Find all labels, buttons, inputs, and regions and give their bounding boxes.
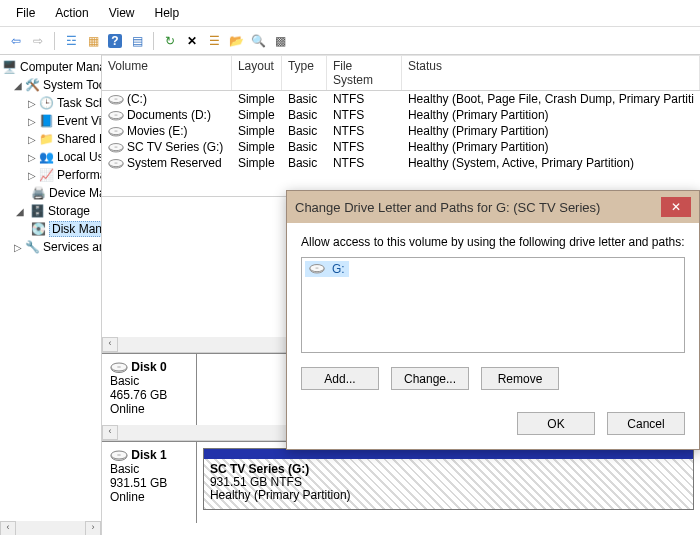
open-button[interactable]: 📂: [226, 31, 246, 51]
col-volume[interactable]: Volume: [102, 55, 232, 90]
volume-row[interactable]: Documents (D:) Simple Basic NTFS Healthy…: [102, 107, 700, 123]
search-button[interactable]: 🔍: [248, 31, 268, 51]
close-button[interactable]: ✕: [661, 197, 691, 217]
tree-storage[interactable]: ◢ 🗄️ Storage: [2, 202, 99, 220]
tree-disk-management[interactable]: 💽 Disk Management: [2, 220, 99, 238]
properties-button[interactable]: ☰: [204, 31, 224, 51]
tree-local-users[interactable]: ▷ 👥 Local Users and Groups: [2, 148, 99, 166]
expand-icon[interactable]: ▷: [28, 98, 36, 109]
tree-label: Device Manager: [49, 186, 102, 200]
expand-icon[interactable]: ▷: [28, 116, 36, 127]
collapse-icon[interactable]: ◢: [14, 206, 26, 217]
refresh-button[interactable]: ↻: [160, 31, 180, 51]
expand-icon[interactable]: ▷: [28, 134, 36, 145]
partition-block[interactable]: SC TV Series (G:) 931.51 GB NTFS Healthy…: [203, 448, 694, 510]
volume-name: SC TV Series (G:): [127, 140, 223, 154]
delete-button[interactable]: ✕: [182, 31, 202, 51]
drive-icon: [108, 110, 124, 122]
back-button[interactable]: ⇦: [6, 31, 26, 51]
volume-layout: Simple: [232, 107, 282, 123]
menu-action[interactable]: Action: [45, 3, 98, 23]
menu-view[interactable]: View: [99, 3, 145, 23]
remove-button[interactable]: Remove: [481, 367, 559, 390]
volume-row[interactable]: (C:) Simple Basic NTFS Healthy (Boot, Pa…: [102, 91, 700, 107]
volume-fs: NTFS: [327, 91, 402, 107]
drive-path-item[interactable]: G:: [305, 261, 349, 277]
tree-label: Shared Folders: [57, 132, 102, 146]
disk-pane-1: Disk 1 Basic 931.51 GB Online SC TV Seri…: [102, 441, 700, 523]
tree-h-scrollbar[interactable]: ‹ ›: [0, 521, 101, 535]
volume-name: System Reserved: [127, 156, 222, 170]
tree-label: Disk Management: [49, 221, 102, 237]
menu-file[interactable]: File: [6, 3, 45, 23]
expand-icon[interactable]: ▷: [28, 152, 36, 163]
cancel-button[interactable]: Cancel: [607, 412, 685, 435]
dialog-titlebar[interactable]: Change Drive Letter and Paths for G: (SC…: [287, 191, 699, 223]
drive-icon: [309, 263, 325, 275]
menu-help[interactable]: Help: [145, 3, 190, 23]
col-filesystem[interactable]: File System: [327, 55, 402, 90]
action-view-button[interactable]: ▦: [83, 31, 103, 51]
collapse-icon[interactable]: ◢: [14, 80, 22, 91]
tree-root[interactable]: 🖥️ Computer Management (Local: [2, 58, 99, 76]
scroll-left-icon[interactable]: ‹: [0, 521, 16, 535]
tree-device-manager[interactable]: 🖨️ Device Manager: [2, 184, 99, 202]
tree-root-label: Computer Management (Local: [20, 60, 102, 74]
extra-button[interactable]: ▩: [270, 31, 290, 51]
disk-info[interactable]: Disk 0 Basic 465.76 GB Online: [102, 354, 197, 425]
tree-shared-folders[interactable]: ▷ 📁 Shared Folders: [2, 130, 99, 148]
expand-icon[interactable]: ▷: [28, 170, 36, 181]
disk-name: Disk 1: [131, 448, 166, 462]
disk-info[interactable]: Disk 1 Basic 931.51 GB Online: [102, 442, 197, 523]
view-button[interactable]: ▤: [127, 31, 147, 51]
volume-type: Basic: [282, 123, 327, 139]
volume-layout: Simple: [232, 155, 282, 171]
gear-icon: ▩: [275, 34, 286, 48]
show-hide-tree-button[interactable]: ☲: [61, 31, 81, 51]
drive-paths-listbox[interactable]: G:: [301, 257, 685, 353]
disk-name: Disk 0: [131, 360, 166, 374]
scroll-right-icon[interactable]: ›: [85, 521, 101, 535]
scroll-left-icon[interactable]: ‹: [102, 337, 118, 352]
drive-icon: [108, 142, 124, 154]
tree-performance[interactable]: ▷ 📈 Performance: [2, 166, 99, 184]
menu-bar: File Action View Help: [0, 0, 700, 27]
volume-layout: Simple: [232, 139, 282, 155]
volume-row[interactable]: Movies (E:) Simple Basic NTFS Healthy (P…: [102, 123, 700, 139]
disk-type: Basic: [110, 374, 139, 388]
device-icon: 🖨️: [31, 185, 46, 201]
col-layout[interactable]: Layout: [232, 55, 282, 90]
folder-open-icon: 📂: [229, 34, 244, 48]
col-type[interactable]: Type: [282, 55, 327, 90]
chart-icon: 📈: [39, 167, 54, 183]
toolbar: ⇦ ⇨ ☲ ▦ ? ▤ ↻ ✕ ☰ 📂 🔍 ▩: [0, 27, 700, 55]
volume-type: Basic: [282, 107, 327, 123]
scroll-left-icon[interactable]: ‹: [102, 425, 118, 440]
arrow-right-icon: ⇨: [33, 34, 43, 48]
disk-size: 931.51 GB: [110, 476, 167, 490]
drive-icon: [108, 94, 124, 106]
tree-label: Performance: [57, 168, 102, 182]
change-button[interactable]: Change...: [391, 367, 469, 390]
col-status[interactable]: Status: [402, 55, 700, 90]
add-button[interactable]: Add...: [301, 367, 379, 390]
tools-icon: 🛠️: [25, 77, 40, 93]
ok-button[interactable]: OK: [517, 412, 595, 435]
disk-icon: [110, 362, 128, 374]
volume-row[interactable]: System Reserved Simple Basic NTFS Health…: [102, 155, 700, 171]
partition-size: 931.51 GB NTFS: [210, 475, 302, 489]
volume-type: Basic: [282, 139, 327, 155]
tree-event-viewer[interactable]: ▷ 📘 Event Viewer: [2, 112, 99, 130]
tree-system-tools[interactable]: ◢ 🛠️ System Tools: [2, 76, 99, 94]
tree-services[interactable]: ▷ 🔧 Services and Applications: [2, 238, 99, 256]
volume-fs: NTFS: [327, 155, 402, 171]
delete-icon: ✕: [187, 34, 197, 48]
expand-icon[interactable]: ▷: [14, 242, 22, 253]
arrow-left-icon: ⇦: [11, 34, 21, 48]
volume-status: Healthy (Boot, Page File, Crash Dump, Pr…: [402, 91, 700, 107]
volume-fs: NTFS: [327, 123, 402, 139]
volume-row[interactable]: SC TV Series (G:) Simple Basic NTFS Heal…: [102, 139, 700, 155]
forward-button[interactable]: ⇨: [28, 31, 48, 51]
help-button[interactable]: ?: [105, 31, 125, 51]
tree-task-scheduler[interactable]: ▷ 🕒 Task Scheduler: [2, 94, 99, 112]
